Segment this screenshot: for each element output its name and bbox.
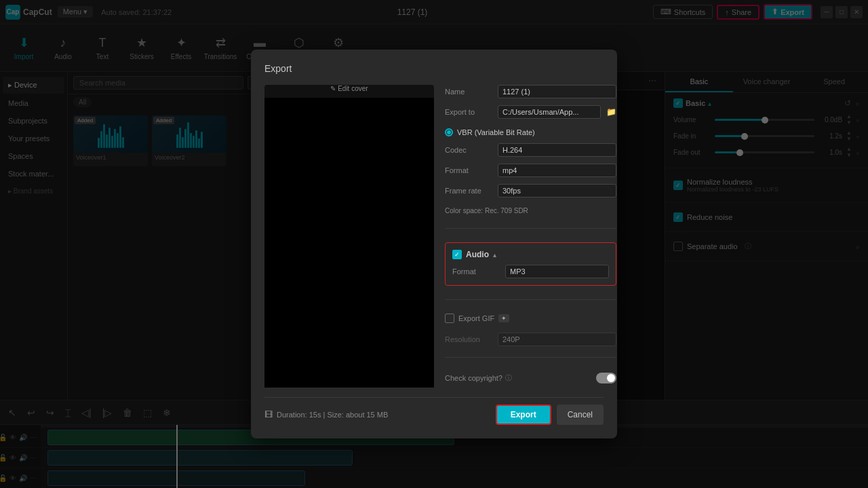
audio-checkbox[interactable]: ✓	[452, 250, 462, 259]
export-modal: Export ✎ Edit cover Name Export to 📁	[251, 50, 617, 438]
copyright-info-icon: ⓘ	[505, 373, 512, 383]
audio-format-label: Format	[452, 267, 500, 276]
cancel-button[interactable]: Cancel	[557, 405, 604, 425]
gif-label: Export GIF	[458, 314, 494, 322]
vbr-label: VBR (Variable Bit Rate)	[457, 128, 535, 136]
copyright-row: Check copyright? ⓘ	[445, 369, 616, 388]
audio-format-select[interactable]: MP3	[505, 265, 609, 278]
codec-label: Codec	[445, 146, 492, 154]
gif-checkbox[interactable]	[445, 314, 454, 323]
modal-divider-2	[445, 299, 616, 300]
copyright-label: Check copyright? ⓘ	[445, 373, 512, 383]
modal-footer: 🎞 Duration: 15s | Size: about 15 MB Expo…	[264, 397, 604, 425]
modal-overlay: Export ✎ Edit cover Name Export to 📁	[0, 0, 868, 488]
modal-body: ✎ Edit cover Name Export to 📁	[264, 85, 604, 388]
format-row: Format mp4	[445, 164, 616, 177]
name-label: Name	[445, 88, 492, 96]
audio-collapse-icon[interactable]: ▴	[493, 251, 496, 259]
film-icon: 🎞	[264, 410, 273, 419]
frame-rate-row: Frame rate 30fps	[445, 184, 616, 198]
export-path-input[interactable]	[498, 105, 601, 119]
audio-checkmark-icon: ✓	[454, 251, 460, 258]
gif-section: Export GIF ✦	[445, 311, 616, 326]
vbr-radio-inner	[447, 130, 451, 134]
modal-actions: Export Cancel	[496, 405, 604, 425]
codec-select[interactable]: H.264	[498, 143, 616, 157]
resolution-label: Resolution	[445, 335, 492, 343]
resolution-select[interactable]: 240P	[498, 333, 616, 346]
name-input[interactable]	[498, 85, 616, 98]
vbr-radio[interactable]	[445, 128, 453, 136]
format-select[interactable]: mp4	[498, 164, 616, 177]
cover-preview	[264, 98, 434, 388]
toggle-thumb	[607, 374, 615, 382]
color-space-row: Color space: Rec. 709 SDR	[445, 204, 616, 217]
codec-row: Codec H.264	[445, 143, 616, 157]
export-confirm-button[interactable]: Export	[496, 405, 551, 425]
modal-fields: Name Export to 📁 VBR (Variable Bit Rate)	[445, 85, 616, 388]
format-label: Format	[445, 166, 492, 174]
modal-title: Export	[264, 63, 604, 74]
frame-rate-select[interactable]: 30fps	[498, 184, 616, 198]
modal-footer-info: 🎞 Duration: 15s | Size: about 15 MB	[264, 410, 388, 419]
resolution-row: Resolution 240P	[445, 333, 616, 346]
vbr-row: VBR (Variable Bit Rate)	[445, 128, 616, 136]
copyright-toggle[interactable]	[596, 373, 616, 383]
audio-format-row: Format MP3	[452, 265, 609, 278]
modal-cover: ✎ Edit cover	[264, 85, 434, 388]
audio-section: ✓ Audio ▴ Format MP3	[445, 242, 616, 286]
audio-label: Audio	[466, 250, 489, 259]
folder-icon[interactable]: 📁	[606, 107, 616, 117]
modal-divider-3	[445, 357, 616, 358]
edit-cover-button[interactable]: ✎ Edit cover	[330, 85, 368, 92]
name-row: Name	[445, 85, 616, 98]
audio-section-header: ✓ Audio ▴	[452, 250, 609, 259]
export-to-row: Export to 📁	[445, 105, 616, 119]
frame-rate-label: Frame rate	[445, 187, 492, 195]
gif-badge: ✦	[498, 314, 509, 322]
modal-divider-1	[445, 228, 616, 229]
export-to-label: Export to	[445, 108, 492, 116]
